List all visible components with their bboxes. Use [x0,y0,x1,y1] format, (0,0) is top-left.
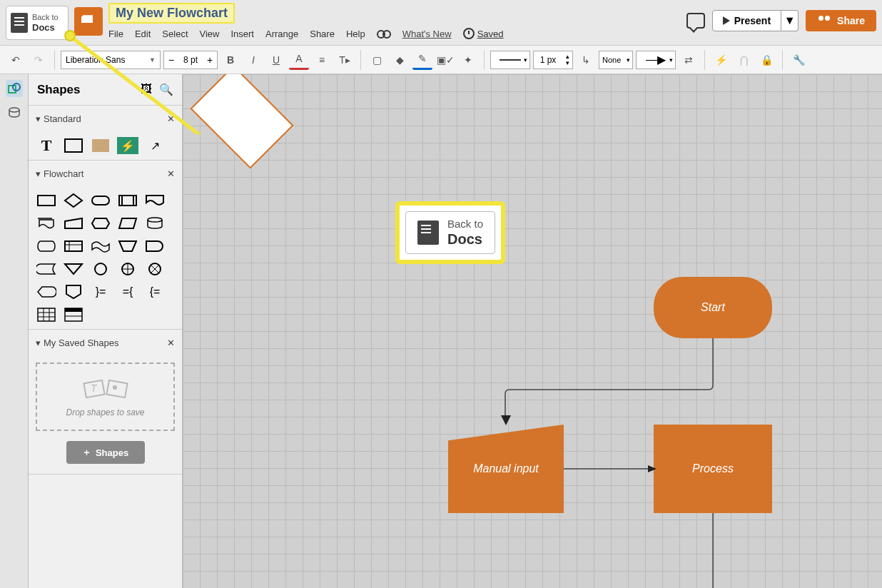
document-title[interactable]: My New Flowchart [108,3,235,24]
close-icon[interactable]: ✕ [167,113,175,124]
fc-manual-op[interactable] [117,238,138,255]
search-icon[interactable]: 🔍 [159,83,173,96]
add-shapes-button[interactable]: ＋ Shapes [66,441,145,464]
menu-share[interactable]: Share [310,29,335,39]
font-family-select[interactable]: Liberation Sans [61,51,161,69]
undo-button[interactable]: ↶ [6,50,26,70]
fc-merge[interactable] [63,260,84,278]
line-width-input[interactable] [534,51,562,69]
back-to-docs-button[interactable]: Back to Docs [6,6,69,40]
svg-point-3 [9,108,19,112]
shape-fill-button[interactable]: ◆ [390,50,410,70]
action-button[interactable]: ⚡ [711,50,731,70]
fc-brace-equal[interactable]: ={ [117,283,138,300]
svg-marker-14 [119,218,136,228]
fc-data[interactable] [117,215,138,232]
fc-database[interactable] [144,215,166,232]
whats-new-link[interactable]: What's New [402,29,452,39]
decision-node[interactable] [190,74,294,169]
tool-rail [0,74,29,588]
arrow-shape[interactable]: ↗ [144,137,166,154]
swap-ends-button[interactable]: ⇄ [679,50,699,70]
fc-display[interactable] [36,283,57,300]
bolt-shape[interactable]: ⚡ [117,137,138,154]
line-width-stepper[interactable]: ▴▾ [562,51,572,69]
line-start-select[interactable]: None [599,51,633,69]
magic-button[interactable]: ✦ [458,50,478,70]
text-shape[interactable]: T [36,137,57,154]
line-style-select[interactable] [490,51,530,69]
fc-multidoc[interactable] [36,215,57,232]
shapes-tool-icon[interactable] [6,80,23,97]
binoculars-icon[interactable] [377,29,391,39]
section-flowchart[interactable]: ▾ Flowchart ✕ [29,161,182,186]
fc-internal-storage[interactable] [63,238,84,255]
wrench-button[interactable]: 🔧 [789,50,808,70]
menu-file[interactable]: File [108,29,123,39]
image-icon[interactable]: 🖼 [141,83,152,96]
share-button[interactable]: Share [806,10,876,31]
bold-button[interactable]: B [220,50,240,70]
fc-manual-input[interactable] [63,215,84,232]
process-node[interactable]: Process [654,425,772,513]
border-color-button[interactable]: ✎ [412,50,432,70]
fc-document[interactable] [144,192,166,209]
saved-status[interactable]: Saved [463,28,504,39]
saved-shapes-dropzone[interactable]: T Drop shapes to save [36,363,175,431]
font-size-increase[interactable]: + [203,51,217,69]
text-options-button[interactable]: T▸ [335,50,355,70]
fc-stored-data[interactable] [36,260,57,278]
filled-rect-shape[interactable] [90,137,111,154]
text-color-button[interactable]: A [289,50,309,70]
line-width-control[interactable]: ▴▾ [533,51,573,69]
fc-paper-tape[interactable] [90,238,111,255]
fc-connector[interactable] [90,260,111,278]
lock-button[interactable]: 🔒 [756,50,776,70]
app-logo-icon[interactable] [74,7,103,36]
fc-direct-data[interactable] [36,238,57,255]
fc-offpage[interactable] [63,283,84,300]
fill-button[interactable]: ▢ [367,50,387,70]
menu-select[interactable]: Select [162,29,188,39]
manual-input-node[interactable]: Manual input [448,425,564,513]
present-button[interactable]: Present [712,10,781,31]
menu-arrange[interactable]: Arrange [265,29,298,39]
font-size-decrease[interactable]: − [164,51,178,69]
fc-process[interactable] [36,192,57,209]
start-node[interactable]: Start [654,277,772,338]
menu-edit[interactable]: Edit [135,29,151,39]
fc-preparation[interactable] [90,215,111,232]
redo-button[interactable]: ↷ [29,50,49,70]
fc-or[interactable] [117,260,138,278]
italic-button[interactable]: I [243,50,263,70]
close-icon[interactable]: ✕ [167,168,175,179]
shape-options-button[interactable]: ▣✓ [435,50,455,70]
canvas[interactable]: Start Manual input Process YES [183,74,882,588]
present-dropdown[interactable]: ▼ [781,10,799,31]
line-end-select[interactable]: —▶ [636,51,676,69]
menu-help[interactable]: Help [346,29,365,39]
comment-icon[interactable] [686,13,705,29]
line-routing-button[interactable]: ↳ [576,50,596,70]
fc-brace-left[interactable]: {= [144,283,166,300]
section-saved[interactable]: ▾ My Saved Shapes ✕ [29,330,182,355]
fc-table[interactable] [36,306,57,323]
fc-decision[interactable] [63,192,84,209]
font-size-control[interactable]: − + [163,51,218,69]
menu-insert[interactable]: Insert [230,29,254,39]
fc-brace-right[interactable]: }= [90,283,111,300]
fc-summing[interactable] [144,260,166,278]
fc-terminator[interactable] [90,192,111,209]
data-tool-icon[interactable] [6,104,23,121]
close-icon[interactable]: ✕ [167,338,175,348]
fc-table-head[interactable] [63,306,84,323]
magnet-button[interactable]: ⋂ [734,50,754,70]
font-size-input[interactable] [178,51,203,69]
fc-delay[interactable] [144,238,166,255]
underline-button[interactable]: U [266,50,286,70]
fc-predefined[interactable] [117,192,138,209]
rectangle-shape[interactable] [63,137,84,154]
align-button[interactable]: ≡ [312,50,332,70]
menu-view[interactable]: View [200,29,220,39]
section-standard[interactable]: ▾ Standard ✕ [29,106,182,131]
